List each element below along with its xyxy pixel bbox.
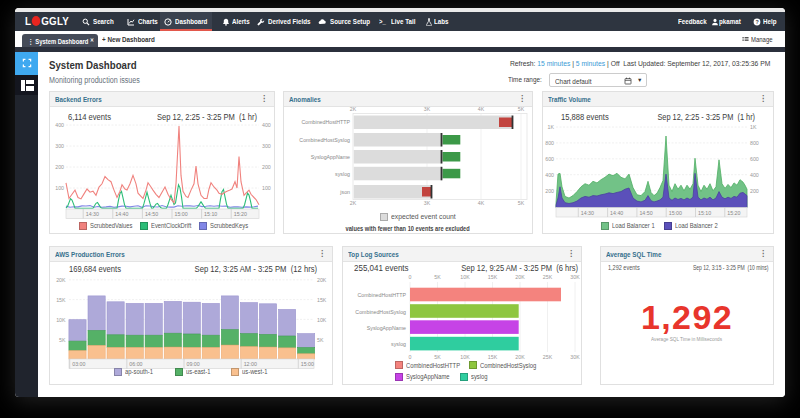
svg-text:5K: 5K xyxy=(59,336,66,342)
svg-text:15:10: 15:10 xyxy=(698,209,711,215)
svg-text:0: 0 xyxy=(409,353,412,359)
svg-text:CombinedHostHTTP: CombinedHostHTTP xyxy=(357,292,406,298)
svg-text:14:40: 14:40 xyxy=(610,209,623,215)
svg-text:15:20: 15:20 xyxy=(234,211,247,217)
svg-text:20K: 20K xyxy=(515,274,525,280)
svg-text:25K: 25K xyxy=(543,274,553,280)
svg-text:4K: 4K xyxy=(478,107,485,112)
svg-text:10K: 10K xyxy=(460,274,470,280)
svg-text:SyslogAppName: SyslogAppName xyxy=(367,324,406,330)
svg-text:200: 200 xyxy=(545,188,554,194)
svg-text:200: 200 xyxy=(262,164,271,170)
svg-text:5K: 5K xyxy=(317,336,324,342)
svg-text:15:10: 15:10 xyxy=(204,211,217,217)
svg-text:20K: 20K xyxy=(317,277,327,283)
svg-text:400: 400 xyxy=(55,122,64,128)
svg-text:400: 400 xyxy=(262,122,271,128)
svg-text:CombinedHostHTTP: CombinedHostHTTP xyxy=(301,119,350,125)
svg-text:10K: 10K xyxy=(460,353,470,359)
svg-text:1K: 1K xyxy=(750,124,757,130)
svg-text:200: 200 xyxy=(750,188,759,194)
svg-text:800: 800 xyxy=(545,140,554,146)
svg-text:15K: 15K xyxy=(488,353,498,359)
svg-text:0: 0 xyxy=(409,274,412,280)
svg-text:25K: 25K xyxy=(543,353,553,359)
svg-text:15:00: 15:00 xyxy=(175,211,188,217)
svg-text:30K: 30K xyxy=(570,353,580,359)
svg-text:15K: 15K xyxy=(488,274,498,280)
svg-text:14:30: 14:30 xyxy=(581,209,594,215)
svg-text:CombinedHostSyslog: CombinedHostSyslog xyxy=(355,308,406,314)
svg-text:json: json xyxy=(339,188,350,194)
svg-text:09:00: 09:00 xyxy=(187,361,200,367)
svg-text:03:00: 03:00 xyxy=(72,361,85,367)
svg-text:20K: 20K xyxy=(56,277,66,283)
svg-text:14:50: 14:50 xyxy=(145,211,158,217)
svg-text:CombinedHostSyslog: CombinedHostSyslog xyxy=(299,136,350,142)
svg-text:14:30: 14:30 xyxy=(86,211,99,217)
svg-text:300: 300 xyxy=(55,143,64,149)
svg-text:200: 200 xyxy=(55,164,64,170)
svg-text:30K: 30K xyxy=(570,274,580,280)
svg-text:?: ? xyxy=(755,18,758,24)
svg-text:20K: 20K xyxy=(515,353,525,359)
svg-text:300: 300 xyxy=(262,143,271,149)
svg-text:15K: 15K xyxy=(56,297,66,303)
svg-text:2K: 2K xyxy=(350,199,357,205)
svg-text:800: 800 xyxy=(750,140,759,146)
svg-text:15:20: 15:20 xyxy=(727,209,740,215)
svg-text:06:00: 06:00 xyxy=(129,361,142,367)
svg-text:3K: 3K xyxy=(424,199,431,205)
svg-text:5K: 5K xyxy=(434,274,441,280)
svg-text:100: 100 xyxy=(262,185,271,191)
svg-text:syslog: syslog xyxy=(391,341,406,347)
svg-text:100: 100 xyxy=(55,185,64,191)
svg-text:4K: 4K xyxy=(478,199,485,205)
svg-text:2K: 2K xyxy=(350,107,357,112)
svg-text:12:00: 12:00 xyxy=(244,361,257,367)
svg-text:5K: 5K xyxy=(518,107,525,112)
svg-text:SyslogAppName: SyslogAppName xyxy=(311,153,350,159)
svg-text:5K: 5K xyxy=(518,199,525,205)
svg-text:15K: 15K xyxy=(317,297,327,303)
svg-text:10K: 10K xyxy=(317,316,327,322)
svg-text:5K: 5K xyxy=(434,353,441,359)
svg-text:1K: 1K xyxy=(548,124,555,130)
svg-text:400: 400 xyxy=(545,172,554,178)
svg-text:14:50: 14:50 xyxy=(639,209,652,215)
svg-text:10K: 10K xyxy=(56,316,66,322)
svg-text:syslog: syslog xyxy=(335,170,350,176)
svg-text:14:40: 14:40 xyxy=(115,211,128,217)
svg-text:600: 600 xyxy=(750,156,759,162)
svg-text:15:00: 15:00 xyxy=(301,361,314,367)
svg-text:400: 400 xyxy=(750,172,759,178)
svg-text:3K: 3K xyxy=(424,107,431,112)
svg-text:600: 600 xyxy=(545,156,554,162)
svg-text:15:00: 15:00 xyxy=(669,209,682,215)
